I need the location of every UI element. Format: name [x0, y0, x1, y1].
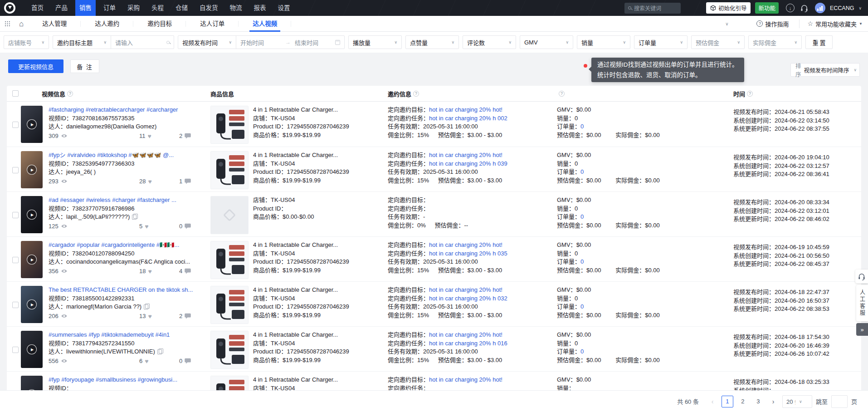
invite-task-link[interactable]: hot in car charging 20% h 035	[429, 250, 507, 257]
product-title[interactable]: 4 in 1 Retractable Car Charger...	[253, 376, 388, 384]
video-thumbnail[interactable]: ▶	[21, 376, 43, 390]
main-menu-item[interactable]: 自发货	[195, 0, 222, 16]
video-title-link[interactable]: #summersales #fyp #tiktokmademebuyit #4i…	[49, 331, 204, 339]
filter-metric-select[interactable]: 实际佣金∨	[748, 35, 802, 49]
invite-target-link[interactable]: hot in car charging 20% hot!	[429, 286, 502, 293]
filter-time-type-select[interactable]: 视频发布时间∨	[178, 36, 236, 49]
invite-task-link[interactable]: hot in car charging 20% h 039	[429, 160, 507, 167]
video-title-link[interactable]: #fyp #foryoupage #smallbusiness #growing…	[49, 376, 204, 384]
page-tab[interactable]: 达人订单	[186, 16, 239, 32]
order-count-link[interactable]: 0	[580, 213, 584, 220]
invite-target-link[interactable]: hot in car charging 20% hot!	[429, 106, 502, 113]
video-title-link[interactable]: #cargador #popular #cargadorinteligente …	[49, 241, 204, 250]
remark-button[interactable]: 备 注	[70, 59, 99, 73]
order-count-link[interactable]: 0	[580, 303, 584, 310]
favorites-link[interactable]: ☆ 常用功能收藏夹 ▼	[799, 20, 863, 28]
main-menu-item[interactable]: 产品	[51, 0, 72, 16]
product-title[interactable]: 4 in 1 Retractable Car Charger...	[253, 151, 388, 160]
video-thumbnail[interactable]: ▶	[21, 106, 43, 143]
init-guide-button[interactable]: 初始化引导	[706, 2, 751, 14]
page-number-button[interactable]: 1	[722, 396, 733, 407]
select-all-checkbox[interactable]	[12, 90, 19, 97]
row-checkbox[interactable]	[12, 167, 19, 173]
collapse-panel-button[interactable]: »	[856, 323, 868, 336]
global-search-input[interactable]: 搜索关键词	[624, 3, 681, 14]
page-tab[interactable]: 达人邀约	[81, 16, 133, 32]
update-video-info-button[interactable]: 更新视频信息	[8, 59, 63, 73]
filter-keyword-input[interactable]: 请输入	[111, 36, 174, 49]
product-title[interactable]: 4 in 1 Retractable Car Charger...	[253, 286, 388, 294]
filter-invite-topic-select[interactable]: 邀约目标主题∨	[53, 36, 111, 49]
video-thumbnail[interactable]: ▶	[21, 241, 43, 278]
row-checkbox[interactable]	[12, 347, 19, 353]
jump-page-input[interactable]	[831, 395, 848, 408]
order-count-link[interactable]: 0	[580, 123, 584, 130]
invite-task-link[interactable]: hot in car charging 20% h 002	[429, 115, 507, 122]
invite-target-link[interactable]: hot in car charging 20% hot!	[429, 376, 502, 383]
page-number-button[interactable]: 3	[752, 396, 764, 407]
invite-task-link[interactable]: hot in car charging 20% h 032	[429, 295, 507, 302]
app-logo-icon[interactable]	[4, 2, 15, 14]
page-size-select[interactable]: 20 条... ∨	[782, 395, 812, 408]
filter-metric-select[interactable]: 预估佣金∨	[691, 35, 745, 49]
sort-dropdown[interactable]: 排序 视频发布时间降序 ∨	[790, 63, 860, 77]
invite-target-link[interactable]: hot in car charging 20% hot!	[429, 241, 502, 248]
filter-metric-select[interactable]: GMV∨	[520, 35, 573, 49]
user-avatar[interactable]	[815, 3, 825, 13]
main-menu-item[interactable]: 订单	[99, 0, 120, 16]
headset-icon[interactable]	[800, 4, 809, 12]
main-menu-item[interactable]: 报表	[250, 0, 270, 16]
video-thumbnail[interactable]: ▶	[21, 331, 43, 368]
filter-end-date-input[interactable]: 结束时间	[291, 36, 344, 49]
product-title[interactable]: 4 in 1 Retractable Car Charger...	[253, 331, 388, 339]
chevron-down-icon[interactable]: ∨	[858, 6, 862, 10]
help-icon[interactable]: ?	[559, 91, 565, 97]
order-count-link[interactable]: 0	[580, 348, 584, 355]
video-title-link[interactable]: #ad #essager #wireless #charger #fastcha…	[49, 196, 204, 205]
row-checkbox[interactable]	[12, 212, 19, 218]
main-menu-item[interactable]: 头程	[147, 0, 168, 16]
collapse-chevron-icon[interactable]: ∨	[725, 21, 728, 26]
filter-shop-account[interactable]: 店铺账号∨	[4, 35, 49, 49]
main-menu-item[interactable]: 设置	[274, 0, 294, 16]
row-checkbox[interactable]	[12, 302, 19, 308]
product-thumbnail[interactable]	[210, 376, 249, 390]
product-thumbnail[interactable]	[210, 106, 249, 144]
order-count-link[interactable]: 0	[580, 168, 584, 175]
main-menu-item[interactable]: 销售	[75, 0, 96, 16]
copy-icon[interactable]	[132, 214, 137, 219]
apps-grid-icon[interactable]	[5, 21, 10, 26]
product-thumbnail[interactable]	[210, 241, 249, 279]
product-thumbnail[interactable]	[210, 331, 249, 369]
page-number-button[interactable]: 2	[737, 396, 749, 407]
filter-start-date-input[interactable]: 开始时间	[236, 36, 285, 49]
product-title[interactable]: 4 in 1 Retractable Car Charger...	[253, 106, 388, 114]
customer-service-tab[interactable]: 人工客服	[856, 285, 868, 321]
order-count-link[interactable]: 0	[580, 258, 584, 265]
video-thumbnail[interactable]: ▶	[21, 286, 43, 323]
page-tab[interactable]: 达人视频	[239, 16, 291, 32]
product-thumbnail[interactable]	[210, 151, 249, 189]
customer-service-icon-button[interactable]	[855, 270, 868, 283]
help-icon[interactable]: ?	[413, 91, 419, 97]
filter-metric-select[interactable]: 销量∨	[577, 35, 630, 49]
product-title[interactable]: 4 in 1 Retractable Car Charger...	[253, 241, 388, 250]
page-tab[interactable]: 邀约目标	[133, 16, 186, 32]
video-thumbnail[interactable]: ▶	[21, 151, 43, 188]
invite-task-link[interactable]: hot in car charging 20% h 016	[429, 340, 507, 347]
video-title-link[interactable]: #fypシ #viralvideo #tiktokshop #🦋🦋🦋🦋 @...	[49, 151, 204, 160]
copy-icon[interactable]	[144, 304, 149, 309]
account-name[interactable]: ECCANG	[830, 5, 854, 11]
invite-target-link[interactable]: hot in car charging 20% hot!	[429, 152, 502, 158]
copy-icon[interactable]	[157, 348, 162, 354]
operation-guide-link[interactable]: ? 操作指南	[756, 20, 789, 28]
filter-metric-select[interactable]: 点赞量∨	[405, 35, 459, 49]
page-tab[interactable]: 达人管理	[28, 16, 81, 32]
filter-metric-select[interactable]: 评论数∨	[463, 35, 516, 49]
row-checkbox[interactable]	[12, 257, 19, 263]
product-thumbnail[interactable]	[210, 196, 249, 234]
main-menu-item[interactable]: 物流	[226, 0, 246, 16]
help-icon[interactable]: ?	[67, 91, 73, 97]
next-page-button[interactable]: ›	[768, 396, 779, 407]
help-icon[interactable]: ?	[747, 91, 753, 97]
